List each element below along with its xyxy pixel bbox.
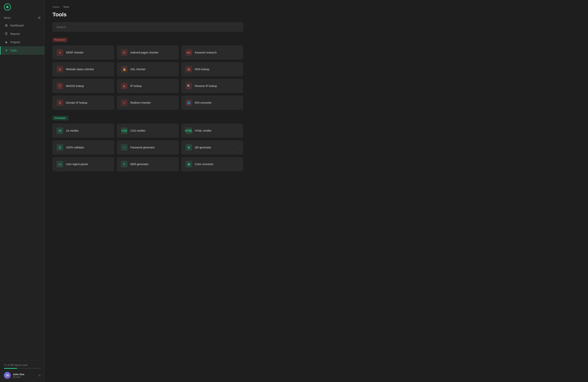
chevron-right-icon: › [173, 129, 174, 132]
progress-bar [4, 368, 41, 369]
research-section: Research ⊙ SERP checker › ⊡ Indexed page… [53, 38, 580, 110]
tool-card-reverse-ip-lookup[interactable]: 🔍 Reverse IP lookup › [181, 79, 243, 93]
tool-card-color-converter[interactable]: ◉ Color converter › [181, 157, 243, 171]
chevron-right-icon: › [173, 51, 174, 54]
tool-card-dns-lookup[interactable]: ▤ DNS lookup › [181, 62, 243, 76]
tool-name-color-converter: Color converter [195, 163, 213, 166]
tool-icon-js-minifier: JS [57, 127, 63, 134]
menu-label: MENU [4, 17, 11, 19]
tool-card-domain-ip-lookup[interactable]: ◎ Domain IP lookup › [53, 96, 114, 110]
research-tools-grid: ⊙ SERP checker › ⊡ Indexed pages checker… [53, 45, 243, 110]
search-input[interactable] [53, 22, 243, 32]
tool-icon-color-converter: ◉ [186, 161, 192, 168]
tool-icon-idn-converter: 🌐 [186, 99, 192, 106]
tool-name-js-minifier: JS minifier [66, 129, 79, 132]
tool-card-json-validator[interactable]: {} JSON validator › [53, 140, 114, 154]
tool-card-user-agent-parser[interactable]: ▭ User-Agent parser › [53, 157, 114, 171]
tool-icon-json-validator: {} [57, 144, 63, 151]
chevron-right-icon: › [109, 51, 110, 54]
tools-icon: ✦ [4, 49, 8, 52]
tool-name-css-minifier: CSS minifier [130, 129, 146, 132]
tool-name-user-agent-parser: User-Agent parser [66, 163, 88, 166]
tool-name-whois-lookup: WHOIS lookup [66, 85, 84, 87]
chevron-right-icon: › [109, 162, 110, 166]
tool-name-json-validator: JSON validator [66, 146, 84, 149]
tool-card-qr-generator[interactable]: ⊞ QR generator › [181, 140, 243, 154]
tool-card-css-minifier[interactable]: CSS CSS minifier › [117, 124, 178, 138]
tool-card-ssl-checker[interactable]: 🔒 SSL checker › [117, 62, 178, 76]
tool-card-indexed-pages-checker[interactable]: ⊡ Indexed pages checker › [117, 45, 178, 60]
tool-name-indexed-pages-checker: Indexed pages checker [130, 51, 158, 54]
tool-icon-css-minifier: CSS [121, 127, 127, 134]
chevron-right-icon: › [173, 146, 174, 149]
user-role: Account [13, 376, 24, 378]
tool-name-md5-generator: MD5 generator [130, 163, 148, 166]
tool-name-dns-lookup: DNS lookup [195, 68, 210, 71]
sidebar-item-dashboard[interactable]: ⊞ Dashboard [0, 21, 44, 30]
logout-icon[interactable]: ⎋ [39, 374, 41, 377]
sidebar-item-label: Tools [10, 49, 17, 52]
user-section: JD John Doe Account ⎋ [4, 372, 41, 379]
tool-name-idn-converter: IDN converter [195, 101, 211, 104]
reports-icon: ☰ [4, 32, 8, 36]
sidebar-bottom: 71 of 200 reports used. JD John Doe Acco… [0, 361, 44, 382]
tool-card-ip-lookup[interactable]: ◐ IP lookup › [117, 79, 178, 93]
chevron-right-icon: › [238, 84, 239, 88]
tool-icon-indexed-pages-checker: ⊡ [121, 49, 127, 56]
tool-icon-password-generator: ··· [121, 144, 127, 151]
tool-icon-keyword-research: abc [186, 49, 192, 56]
sidebar-item-label: Projects [10, 41, 20, 44]
tool-card-html-minifier[interactable]: HTML HTML minifier › [181, 124, 243, 138]
tool-card-whois-lookup[interactable]: ⓘ WHOIS lookup › [53, 79, 114, 93]
developer-section: Developer JS JS minifier › CSS CSS minif… [53, 116, 580, 171]
tool-icon-whois-lookup: ⓘ [57, 83, 63, 89]
settings-icon[interactable]: ⚙ [38, 16, 41, 20]
sidebar-item-tools[interactable]: ✦ Tools [0, 46, 44, 55]
sidebar-item-projects[interactable]: ◈ Projects [0, 38, 44, 46]
tool-card-serp-checker[interactable]: ⊙ SERP checker › [53, 45, 114, 60]
tool-card-left: ⊙ SERP checker [57, 49, 84, 56]
user-details: John Doe Account [13, 373, 24, 378]
tool-card-left: abc Keyword research [186, 49, 217, 56]
sidebar-item-label: Dashboard [10, 24, 24, 27]
tool-card-redirect-checker[interactable]: ⤢ Redirect checker › [117, 96, 178, 110]
tool-name-password-generator: Password generator [130, 146, 155, 149]
tool-card-keyword-research[interactable]: abc Keyword research › [181, 45, 243, 60]
dashboard-icon: ⊞ [4, 23, 8, 27]
tool-card-idn-converter[interactable]: 🌐 IDN converter › [181, 96, 243, 110]
tool-icon-html-minifier: HTML [186, 127, 192, 134]
developer-badge: Developer [53, 116, 68, 120]
tool-card-password-generator[interactable]: ··· Password generator › [117, 140, 178, 154]
chevron-right-icon: › [238, 51, 239, 54]
nav: ⊞ Dashboard ☰ Reports ◈ Projects ✦ Tools [0, 21, 44, 361]
user-info: JD John Doe Account [4, 372, 24, 379]
tool-card-left: 🔍 Reverse IP lookup [186, 83, 217, 89]
tool-icon-ip-lookup: ◐ [121, 83, 127, 89]
logo [0, 0, 44, 14]
chevron-right-icon: › [109, 129, 110, 132]
tool-card-md5-generator[interactable]: # MD5 generator › [117, 157, 178, 171]
logo-inner [6, 6, 9, 8]
tool-card-website-status-checker[interactable]: ◎ Website status checker › [53, 62, 114, 76]
tool-card-left: ▭ User-Agent parser [57, 161, 88, 168]
sidebar-item-reports[interactable]: ☰ Reports [0, 30, 44, 38]
tool-card-left: ◉ Color converter [186, 161, 213, 168]
avatar: JD [4, 372, 11, 379]
chevron-right-icon: › [238, 67, 239, 71]
reports-usage: 71 of 200 reports used. [4, 364, 41, 366]
tool-card-left: ⤢ Redirect checker [121, 99, 151, 106]
chevron-right-icon: › [173, 101, 174, 105]
chevron-right-icon: › [238, 146, 239, 149]
sidebar-item-label: Reports [10, 32, 20, 35]
tool-card-left: ▤ DNS lookup [186, 66, 210, 73]
tool-card-js-minifier[interactable]: JS JS minifier › [53, 124, 114, 138]
tool-card-left: 🔒 SSL checker [121, 66, 146, 73]
chevron-right-icon: › [109, 84, 110, 88]
logo-circle [4, 3, 11, 11]
tool-name-html-minifier: HTML minifier [195, 129, 212, 132]
tool-name-ssl-checker: SSL checker [130, 68, 146, 71]
tool-icon-domain-ip-lookup: ◎ [57, 99, 63, 106]
breadcrumb-home[interactable]: Home [53, 5, 59, 8]
tool-card-left: 🌐 IDN converter [186, 99, 211, 106]
tool-card-left: ◎ Website status checker [57, 66, 94, 73]
